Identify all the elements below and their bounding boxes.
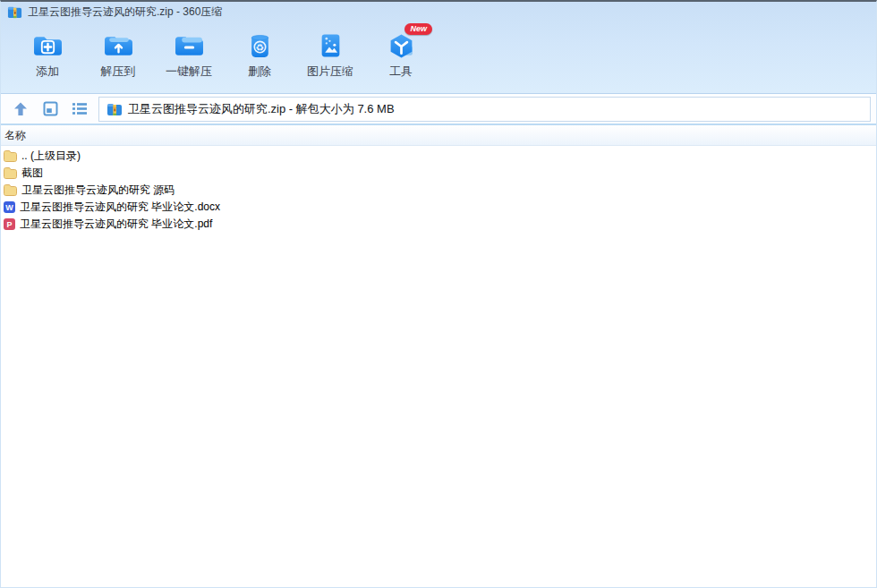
file-name: 卫星云图推导云迹风的研究 源码 <box>21 183 175 198</box>
zip-archive-icon <box>7 4 22 20</box>
tools-icon: New <box>386 32 416 59</box>
toolbar-label-tools: 工具 <box>389 64 413 80</box>
list-view-button[interactable] <box>69 98 90 120</box>
up-arrow-icon <box>13 101 29 117</box>
one-click-extract-icon <box>174 32 204 59</box>
file-name: .. (上级目录) <box>21 149 81 164</box>
new-badge: New <box>404 23 432 35</box>
toolbar-button-one-click-extract[interactable]: 一键解压 <box>160 27 217 80</box>
folder-icon <box>4 150 17 162</box>
toolbar: 添加 解压到 <box>1 27 876 80</box>
extract-to-icon <box>103 32 133 59</box>
toolbar-label-image-compress: 图片压缩 <box>307 64 353 80</box>
toolbar-button-delete[interactable]: ♻ 删除 <box>231 27 288 80</box>
list-view-icon <box>72 102 88 115</box>
up-directory-button[interactable] <box>10 98 31 120</box>
zip-archive-icon <box>106 101 123 117</box>
window-chrome: 卫星云图推导云迹风的研究.zip - 360压缩 添加 <box>1 2 876 94</box>
toolbar-button-image-compress[interactable]: 图片压缩 <box>302 27 359 80</box>
file-row-folder[interactable]: 卫星云图推导云迹风的研究 源码 <box>1 182 876 199</box>
toolbar-button-tools[interactable]: New 工具 <box>372 27 430 80</box>
toolbar-label-one-click-extract: 一键解压 <box>166 64 212 80</box>
folder-icon <box>4 184 17 196</box>
svg-text:♻: ♻ <box>255 42 264 54</box>
delete-icon: ♻ <box>244 32 275 59</box>
word-file-icon: W <box>4 201 15 213</box>
toolbar-label-extract-to: 解压到 <box>101 64 136 80</box>
column-header-label: 名称 <box>4 128 26 143</box>
toolbar-button-extract-to[interactable]: 解压到 <box>89 27 147 80</box>
titlebar[interactable]: 卫星云图推导云迹风的研究.zip - 360压缩 <box>1 2 876 22</box>
window-title: 卫星云图推导云迹风的研究.zip - 360压缩 <box>28 4 222 20</box>
file-list: .. (上级目录) 截图 卫星云图推导云迹风的研究 源码 W 卫星云图推导云迹风… <box>1 146 876 233</box>
navigation-bar: 卫星云图推导云迹风的研究.zip - 解包大小为 7.6 MB <box>1 94 876 125</box>
file-name: 截图 <box>21 166 43 181</box>
file-row-docx[interactable]: W 卫星云图推导云迹风的研究 毕业论文.docx <box>1 199 876 216</box>
image-compress-icon <box>315 32 345 59</box>
add-folder-icon <box>32 32 63 59</box>
toolbar-button-add[interactable]: 添加 <box>19 27 76 80</box>
app-window: 卫星云图推导云迹风的研究.zip - 360压缩 添加 <box>0 0 877 588</box>
toolbar-label-delete: 删除 <box>248 64 271 80</box>
address-text: 卫星云图推导云迹风的研究.zip - 解包大小为 7.6 MB <box>128 101 395 117</box>
address-bar[interactable]: 卫星云图推导云迹风的研究.zip - 解包大小为 7.6 MB <box>98 97 871 122</box>
toolbar-label-add: 添加 <box>36 64 59 80</box>
file-row-folder[interactable]: 截图 <box>1 165 876 182</box>
column-header-name[interactable]: 名称 <box>1 125 876 146</box>
view-mode-button[interactable] <box>39 98 61 120</box>
view-mode-icon <box>43 101 58 116</box>
folder-icon <box>4 167 17 179</box>
file-name: 卫星云图推导云迹风的研究 毕业论文.pdf <box>20 217 212 232</box>
file-row-pdf[interactable]: P 卫星云图推导云迹风的研究 毕业论文.pdf <box>1 216 876 233</box>
file-name: 卫星云图推导云迹风的研究 毕业论文.docx <box>20 200 220 215</box>
file-row-parent-dir[interactable]: .. (上级目录) <box>1 148 876 165</box>
pdf-file-icon: P <box>4 218 15 230</box>
